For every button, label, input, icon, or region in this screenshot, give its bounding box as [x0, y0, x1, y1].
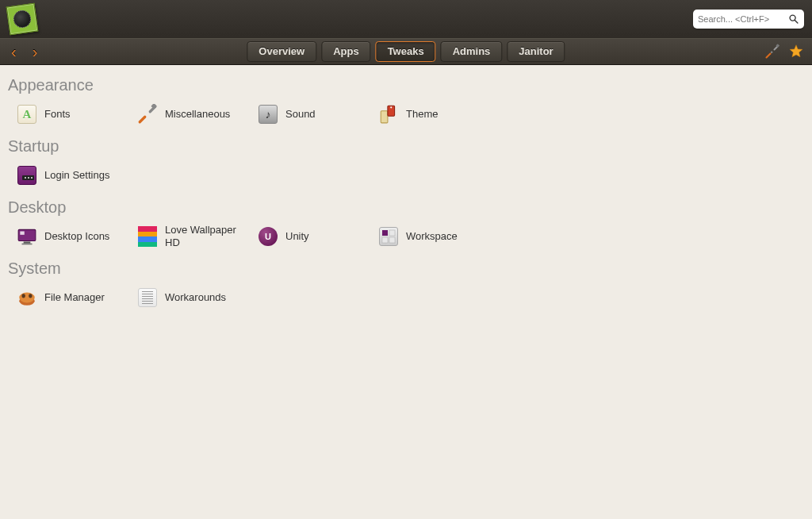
item-sound[interactable]: ♪Sound: [255, 96, 376, 133]
top-bar: [0, 0, 812, 38]
svg-point-10: [28, 177, 29, 179]
item-label: File Manager: [44, 291, 105, 304]
nav-arrows: ‹ ›: [11, 44, 37, 60]
section-grid: Login Settings: [14, 157, 806, 194]
svg-point-21: [19, 293, 35, 303]
forward-button[interactable]: ›: [33, 44, 38, 60]
item-label: Love Wallpaper HD: [165, 224, 254, 248]
section-title: System: [8, 260, 806, 278]
tab-janitor[interactable]: Janitor: [507, 41, 565, 62]
sound-icon: ♪: [257, 103, 279, 125]
nav-right: [764, 44, 804, 60]
tab-label: Apps: [333, 45, 359, 57]
svg-rect-19: [389, 237, 395, 243]
deskicons-icon: [16, 225, 38, 248]
section-grid: Desktop IconsLove Wallpaper HDUUnityWork…: [14, 218, 806, 255]
login-icon: [16, 164, 38, 186]
item-label: Miscellaneous: [165, 108, 230, 121]
section-title: Startup: [8, 137, 806, 156]
svg-point-9: [25, 177, 26, 179]
tab-apps[interactable]: Apps: [321, 41, 371, 62]
filemgr-icon: [16, 286, 38, 309]
item-wallpaper[interactable]: Love Wallpaper HD: [135, 218, 255, 255]
tab-label: Tweaks: [388, 45, 424, 57]
tab-overview[interactable]: Overview: [247, 41, 316, 62]
search-input[interactable]: [698, 14, 788, 24]
svg-point-22: [22, 294, 25, 298]
unity-icon: U: [257, 225, 279, 248]
tab-label: Janitor: [519, 45, 553, 57]
svg-rect-17: [389, 230, 395, 236]
item-workarounds[interactable]: Workarounds: [135, 279, 255, 316]
tab-tweaks[interactable]: Tweaks: [376, 41, 436, 62]
svg-rect-16: [382, 230, 388, 236]
star-icon[interactable]: [788, 44, 804, 60]
tools-icon[interactable]: [764, 44, 780, 60]
item-filemgr[interactable]: File Manager: [14, 279, 135, 316]
svg-rect-18: [382, 237, 388, 243]
app-logo-inner: [13, 10, 33, 29]
item-label: Desktop Icons: [44, 230, 109, 243]
nav-strip: ‹ › OverviewAppsTweaksAdminsJanitor: [0, 38, 812, 65]
theme-icon: [377, 103, 400, 125]
svg-rect-14: [24, 242, 31, 244]
section-title: Desktop: [8, 198, 806, 217]
search-box[interactable]: [693, 10, 804, 29]
svg-point-2: [771, 52, 773, 54]
svg-rect-13: [20, 232, 24, 235]
item-theme[interactable]: Theme: [376, 96, 496, 133]
item-label: Workarounds: [165, 291, 226, 304]
item-label: Sound: [285, 108, 316, 121]
tab-label: Admins: [453, 45, 491, 57]
svg-line-1: [795, 20, 798, 23]
item-label: Unity: [285, 230, 309, 243]
tab-admins[interactable]: Admins: [441, 41, 503, 62]
item-login[interactable]: Login Settings: [14, 157, 135, 194]
section-grid: AFontsMiscellaneous♪SoundTheme: [14, 96, 806, 133]
item-label: Workspace: [406, 230, 458, 243]
item-unity[interactable]: UUnity: [255, 218, 376, 255]
workspace-icon: [377, 225, 400, 248]
item-label: Theme: [406, 108, 438, 121]
item-misc[interactable]: Miscellaneous: [135, 96, 255, 133]
search-icon: [788, 13, 799, 25]
item-label: Fonts: [44, 108, 71, 121]
svg-point-11: [31, 177, 33, 179]
fonts-icon: A: [16, 103, 38, 125]
svg-point-23: [29, 294, 32, 298]
section-grid: File ManagerWorkarounds: [14, 279, 806, 316]
svg-rect-15: [22, 244, 33, 245]
app-logo: [6, 3, 39, 36]
svg-rect-12: [18, 229, 36, 240]
section-title: Appearance: [8, 76, 806, 94]
svg-point-7: [390, 106, 392, 108]
workarounds-icon: [136, 286, 159, 309]
misc-icon: [136, 103, 159, 125]
back-button[interactable]: ‹: [11, 44, 17, 60]
item-fonts[interactable]: AFonts: [14, 96, 135, 133]
item-workspace[interactable]: Workspace: [376, 218, 496, 255]
main-tabs: OverviewAppsTweaksAdminsJanitor: [247, 41, 565, 62]
item-label: Login Settings: [44, 169, 109, 182]
wallpaper-icon: [136, 225, 159, 248]
tab-label: Overview: [259, 45, 304, 57]
item-deskicons[interactable]: Desktop Icons: [14, 218, 135, 255]
svg-rect-5: [381, 111, 388, 123]
content-area: AppearanceAFontsMiscellaneous♪SoundTheme…: [0, 65, 812, 322]
